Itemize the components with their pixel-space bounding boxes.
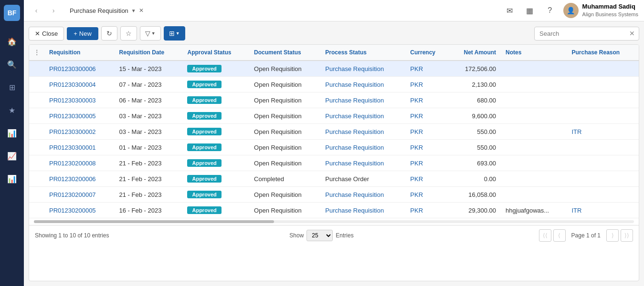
requisition-id[interactable]: PR01230200007 — [44, 187, 115, 203]
purchase-requisition-tab[interactable]: Purchase Requisition ▼ ✕ — [64, 4, 149, 17]
requisition-id[interactable]: PR01230200006 — [44, 171, 115, 187]
currency[interactable]: PKR — [405, 77, 449, 92]
col-requisition-date[interactable]: Requisition Date — [115, 45, 183, 61]
page-prev-button[interactable]: ⟨ — [553, 229, 566, 242]
requisition-id[interactable]: PR01230300005 — [44, 108, 115, 124]
process-status[interactable]: Purchase Requisition — [320, 77, 405, 92]
approved-badge: Approved — [187, 96, 221, 104]
requisition-id[interactable]: PR01230300002 — [44, 124, 115, 140]
notes — [501, 108, 567, 124]
sidebar-search-icon[interactable]: 🔍 — [5, 57, 19, 72]
sidebar-grid-icon[interactable]: ⊞ — [5, 80, 19, 94]
sidebar: BF 🏠 🔍 ⊞ ★ 📊 📈 📊 — [0, 0, 24, 286]
process-status[interactable]: Purchase Requisition — [320, 61, 405, 77]
sidebar-analytics-icon[interactable]: 📊 — [5, 172, 19, 186]
col-purchase-reason[interactable]: Purchase Reason — [567, 45, 639, 61]
page-next-button[interactable]: ⟩ — [606, 229, 619, 242]
currency[interactable]: PKR — [405, 187, 449, 203]
view-button[interactable]: ⊞ ▼ — [164, 26, 185, 41]
purchase-reason — [567, 108, 639, 124]
purchase-reason[interactable]: ITR — [567, 203, 639, 218]
page-last-button[interactable]: ⟩⟩ — [621, 229, 633, 242]
user-name: Muhammad Sadiq — [582, 3, 638, 11]
document-status: Open Requisition — [249, 92, 320, 108]
requisition-id[interactable]: PR01230300001 — [44, 140, 115, 155]
currency[interactable]: PKR — [405, 203, 449, 218]
notes — [501, 77, 567, 92]
tab-close-icon[interactable]: ✕ — [139, 7, 144, 14]
user-avatar: 👤 — [563, 3, 579, 18]
currency[interactable]: PKR — [405, 155, 449, 171]
col-net-amount[interactable]: Net Amount — [449, 45, 501, 61]
filter-button[interactable]: ▽ ▼ — [140, 26, 161, 41]
row-drag — [29, 171, 44, 187]
new-button[interactable]: + New — [67, 27, 98, 40]
col-document-status[interactable]: Document Status — [249, 45, 320, 61]
approved-badge: Approved — [187, 112, 221, 120]
net-amount: 172,506.00 — [449, 61, 501, 77]
refresh-button[interactable]: ↻ — [101, 26, 117, 41]
pagination: ⟨⟨ ⟨ Page 1 of 1 ⟩ ⟩⟩ — [539, 229, 633, 242]
process-status[interactable]: Purchase Requisition — [320, 203, 405, 218]
nav-forward-button[interactable]: › — [47, 4, 60, 17]
dashboard-icon[interactable]: ▦ — [523, 4, 537, 17]
close-button[interactable]: ✕ Close — [29, 27, 64, 41]
currency[interactable]: PKR — [405, 108, 449, 124]
col-requisition[interactable]: Requisition — [44, 45, 115, 61]
requisition-date: 06 - Mar - 2023 — [115, 92, 183, 108]
sidebar-home-icon[interactable]: 🏠 — [5, 34, 19, 49]
search-input[interactable] — [535, 27, 625, 40]
table-row: PR0123030000503 - Mar - 2023ApprovedOpen… — [29, 108, 639, 124]
requisition-date: 21 - Feb - 2023 — [115, 187, 183, 203]
col-approval-status[interactable]: Approval Status — [182, 45, 249, 61]
document-status: Open Requisition — [249, 203, 320, 218]
sidebar-favorites-icon[interactable]: ★ — [5, 103, 19, 117]
process-status[interactable]: Purchase Requisition — [320, 108, 405, 124]
mail-icon[interactable]: ✉ — [503, 4, 517, 17]
requisition-id[interactable]: PR01230200005 — [44, 203, 115, 218]
approval-status: Approved — [182, 155, 249, 171]
requisition-id[interactable]: PR01230300003 — [44, 92, 115, 108]
notes — [501, 140, 567, 155]
approval-status: Approved — [182, 92, 249, 108]
document-status: Completed — [249, 171, 320, 187]
requisition-date: 03 - Mar - 2023 — [115, 124, 183, 140]
tab-dropdown-icon[interactable]: ▼ — [131, 8, 136, 13]
search-clear-icon[interactable]: ✕ — [625, 30, 639, 37]
currency[interactable]: PKR — [405, 171, 449, 187]
col-notes[interactable]: Notes — [501, 45, 567, 61]
purchase-reason — [567, 77, 639, 92]
nav-back-button[interactable]: ‹ — [30, 4, 43, 17]
currency[interactable]: PKR — [405, 92, 449, 108]
approval-status: Approved — [182, 77, 249, 92]
currency[interactable]: PKR — [405, 140, 449, 155]
tab-title: Purchase Requisition — [70, 7, 128, 14]
approval-status: Approved — [182, 140, 249, 155]
process-status[interactable]: Purchase Requisition — [320, 187, 405, 203]
page-first-button[interactable]: ⟨⟨ — [539, 229, 551, 242]
process-status[interactable]: Purchase Requisition — [320, 140, 405, 155]
process-status[interactable]: Purchase Requisition — [320, 124, 405, 140]
row-drag — [29, 108, 44, 124]
sidebar-activity-icon[interactable]: 📈 — [5, 149, 19, 163]
col-process-status[interactable]: Process Status — [320, 45, 405, 61]
requisition-id[interactable]: PR01230200008 — [44, 155, 115, 171]
table-footer: Showing 1 to 10 of 10 entries Show 25 10… — [29, 225, 639, 245]
currency[interactable]: PKR — [405, 61, 449, 77]
requisition-id[interactable]: PR01230300006 — [44, 61, 115, 77]
notes: hhgjuafgowas... — [501, 203, 567, 218]
show-select[interactable]: 25 10 50 100 — [306, 230, 333, 241]
process-status[interactable]: Purchase Requisition — [320, 92, 405, 108]
approved-badge: Approved — [187, 191, 221, 198]
purchase-reason[interactable]: ITR — [567, 124, 639, 140]
star-button[interactable]: ☆ — [120, 26, 137, 41]
process-status[interactable]: Purchase Requisition — [320, 155, 405, 171]
net-amount: 0.00 — [449, 171, 501, 187]
help-icon[interactable]: ? — [543, 4, 557, 17]
horizontal-scrollbar[interactable] — [34, 220, 634, 223]
sidebar-reports-icon[interactable]: 📊 — [5, 126, 19, 140]
entries-label: Entries — [336, 232, 353, 239]
requisition-id[interactable]: PR01230300004 — [44, 77, 115, 92]
col-currency[interactable]: Currency — [405, 45, 449, 61]
currency[interactable]: PKR — [405, 124, 449, 140]
